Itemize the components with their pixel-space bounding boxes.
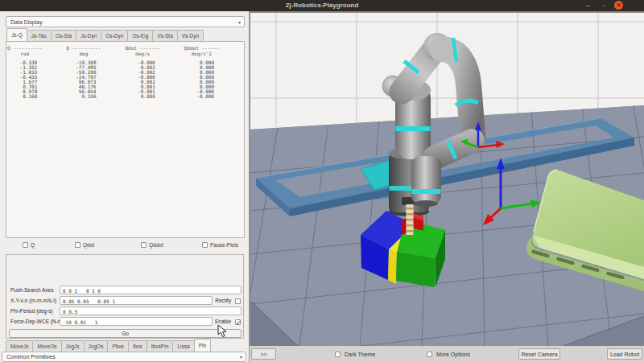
more-options-checkbox[interactable]	[427, 352, 432, 357]
phi-period-input[interactable]: 0 0.5	[60, 306, 242, 315]
checkbox-label: Pause-Plots	[210, 242, 238, 248]
chevron-down-icon: ▾	[240, 352, 242, 361]
mode-tab-ibvspm[interactable]: IbvsPm	[147, 340, 174, 352]
enable-label: Enable	[215, 319, 231, 324]
table-column-degs2: Qddot ------deg/s^20.0000.0000.0000.0000…	[184, 45, 243, 99]
tab-js-tau[interactable]: Js-Tau	[27, 30, 52, 41]
dark-theme-label: Dark Theme	[345, 352, 375, 357]
phi-period-label: Phi-Period (deg-s)	[10, 306, 53, 316]
column-header: Q ----------	[7, 45, 66, 51]
plot-option-q: Q	[20, 241, 35, 248]
joint-data-table: Q ----------rad-0.339-1.352-1.033-0.4331…	[6, 41, 245, 238]
bottom-bar: >> Dark Theme More Options Reset Camera …	[250, 346, 644, 362]
mode-tabs: MoveJsMoveOsJogJsJogOsPbvsIbvsIbvsPmLiss…	[6, 339, 210, 352]
table-cell: -0.000	[184, 94, 243, 99]
load-robot-button[interactable]: Load Robot	[607, 348, 642, 360]
robot-flange	[411, 156, 441, 204]
dark-theme-option: Dark Theme	[332, 351, 375, 357]
data-display-dropdown[interactable]: Data Display ▾	[6, 16, 245, 27]
push-search-input[interactable]: 0 0 1 0 1 0	[60, 286, 242, 294]
mode-tab-pbvs[interactable]: Pbvs	[107, 340, 128, 352]
yellow-slab-front	[388, 249, 397, 284]
force-dep-input[interactable]: -10 0.01 1	[60, 317, 213, 326]
mouse-cursor	[217, 325, 229, 341]
form-row-push-search: Push-Search Axes 0 0 1 0 1 0	[6, 286, 243, 295]
column-unit: deg/s	[126, 51, 184, 56]
plot-option-pause-plots: Pause-Plots	[200, 241, 238, 248]
form-row-xyvn: X-Y-v-n (m-m-m/s-I) 0.05 0.05 0.05 1 Rec…	[6, 296, 243, 306]
column-unit: rad	[7, 51, 66, 56]
table-column-rad: Q ----------rad-0.339-1.352-1.033-0.4331…	[7, 45, 66, 99]
tab-os-eig[interactable]: Os-Eig	[127, 30, 153, 41]
checkbox-label: Q	[31, 242, 35, 248]
column-header: Q ----------	[66, 45, 125, 51]
more-options-option: More Options	[424, 351, 470, 357]
form-row-phi-period: Phi-Period (deg-s) 0 0.5	[6, 306, 243, 316]
column-header: Qddot ------	[184, 45, 243, 51]
expand-panel-button[interactable]: >>	[251, 348, 276, 360]
xyvn-input[interactable]: 0.05 0.05 0.05 1	[60, 296, 213, 305]
table-cell: 9.196	[66, 94, 125, 99]
data-display-panel: Data Display ▾ Js-QJs-TauOs-StaJs-DynOs-…	[0, 11, 250, 362]
tab-vs-sta[interactable]: Vs-Sta	[152, 30, 178, 41]
red-fixture-left	[401, 218, 407, 235]
go-button[interactable]: Go	[9, 329, 242, 338]
tab-os-sta[interactable]: Os-Sta	[51, 30, 76, 41]
mode-tab-movejs[interactable]: MoveJs	[6, 340, 33, 352]
title-bar: Zj-Robotics-Playground – ▫ ✕	[0, 0, 644, 11]
tab-vs-dyn[interactable]: Vs-Dyn	[177, 30, 204, 41]
data-display-dropdown-label: Data Display	[10, 17, 43, 27]
tab-js-dyn[interactable]: Js-Dyn	[76, 30, 101, 41]
primitives-dropdown[interactable]: Common Primitives ▾	[2, 352, 246, 362]
plot-option-qdot: Qdot	[72, 241, 94, 248]
mode-tab-ibvs[interactable]: Ibvs	[128, 340, 147, 352]
minimize-icon[interactable]: –	[583, 1, 592, 10]
q-checkbox[interactable]	[23, 242, 28, 248]
primitives-dropdown-label: Common Primitives	[6, 352, 56, 361]
chevron-down-icon: ▾	[238, 17, 241, 27]
checkbox-label: Qdot	[83, 242, 94, 248]
table-cell: 0.000	[126, 94, 184, 99]
mode-tab-lissa[interactable]: Lissa	[172, 340, 194, 352]
close-icon[interactable]: ✕	[614, 1, 623, 10]
rectify-option: Rectify	[215, 296, 241, 306]
xyvn-label: X-Y-v-n (m-m-m/s-I)	[10, 296, 56, 306]
qddot-checkbox[interactable]	[141, 242, 147, 248]
pause-plots-checkbox[interactable]	[202, 242, 208, 248]
reset-camera-button[interactable]: Reset Camera	[518, 348, 560, 360]
table-columns: Q ----------rad-0.339-1.352-1.033-0.4331…	[7, 45, 243, 99]
column-unit: deg	[66, 51, 125, 56]
simulation-viewport[interactable]	[250, 13, 644, 346]
maximize-icon[interactable]: ▫	[599, 1, 609, 10]
dark-theme-checkbox[interactable]	[335, 352, 341, 357]
qdot-checkbox[interactable]	[75, 242, 80, 248]
tab-os-dyn[interactable]: Os-Dyn	[101, 30, 128, 41]
window-title: Zj-Robotics-Playground	[0, 0, 644, 11]
table-column-degs: Qdot -------deg/s-0.0000.002-0.002-0.000…	[126, 45, 184, 99]
enable-checkbox[interactable]	[235, 319, 241, 325]
mode-tab-jogjs[interactable]: JogJs	[61, 340, 85, 352]
data-tabs: Js-QJs-TauOs-StaJs-DynOs-DynOs-EigVs-Sta…	[6, 29, 203, 41]
rectify-label: Rectify	[215, 298, 231, 303]
form-row-force-dep: Force-Dep-WCE (N-m-B) -10 0.01 1 Enable	[6, 317, 243, 327]
tab-js-q[interactable]: Js-Q	[6, 28, 27, 41]
column-header: Qdot -------	[126, 45, 184, 51]
mode-tab-moveos[interactable]: MoveOs	[32, 340, 61, 352]
mode-tab-pih[interactable]: Pih	[194, 339, 211, 352]
table-cell: 0.160	[7, 94, 66, 99]
mode-tab-jogos[interactable]: JogOs	[84, 340, 109, 352]
table-column-deg: Q ----------deg-19.398-77.485-59.200-24.…	[66, 45, 125, 99]
column-unit: deg/s^2	[184, 51, 243, 56]
rectify-checkbox[interactable]	[235, 298, 241, 304]
pih-parameter-group: Push-Search Axes 0 0 1 0 1 0 X-Y-v-n (m-…	[6, 254, 244, 339]
more-options-label: More Options	[436, 352, 470, 357]
checkbox-label: Qddot	[149, 242, 163, 248]
push-search-label: Push-Search Axes	[10, 286, 53, 295]
plot-checkbox-row: QQdotQddotPause-Plots	[0, 241, 250, 251]
plot-option-qddot: Qddot	[138, 241, 163, 248]
